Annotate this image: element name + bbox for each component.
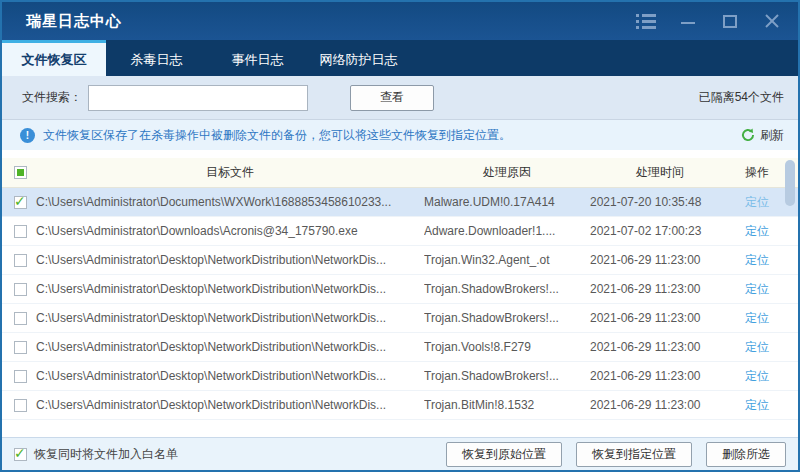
refresh-icon [741, 128, 755, 142]
header-cell-time: 处理时间 [590, 164, 730, 181]
cell-reason: Trojan.ShadowBrokers!... [424, 369, 590, 383]
cell-file-path: C:\Users\Administrator\Desktop\NetworkDi… [36, 282, 424, 296]
table-row[interactable]: C:\Users\Administrator\Documents\WXWork\… [2, 188, 798, 217]
locate-link[interactable]: 定位 [745, 282, 769, 296]
cell-reason: Trojan.ShadowBrokers!... [424, 282, 590, 296]
header-cell-file: 目标文件 [36, 164, 424, 181]
locate-link[interactable]: 定位 [745, 340, 769, 354]
table-row[interactable]: C:\Users\Administrator\Downloads\Acronis… [2, 217, 798, 246]
table-row[interactable]: C:\Users\Administrator\Desktop\NetworkDi… [2, 362, 798, 391]
cell-check [2, 370, 36, 383]
cell-time: 2021-06-29 11:23:00 [590, 369, 730, 383]
cell-reason: Trojan.BitMin!8.1532 [424, 398, 590, 412]
maximize-icon[interactable] [720, 11, 740, 31]
view-button[interactable]: 查看 [350, 85, 434, 111]
info-icon: ! [20, 128, 35, 143]
row-checkbox[interactable] [14, 225, 27, 238]
close-icon[interactable] [762, 11, 782, 31]
tab-bar: 文件恢复区 杀毒日志 事件日志 网络防护日志 [2, 40, 798, 76]
row-checkbox[interactable] [14, 370, 27, 383]
table-row[interactable]: C:\Users\Administrator\Desktop\NetworkDi… [2, 246, 798, 275]
log-center-window: 瑞星日志中心 文件恢复区 杀毒日志 事件日志 网络防护日志 文件搜索： 查看 已… [0, 0, 800, 472]
select-all-checkbox[interactable] [14, 166, 27, 179]
cell-file-path: C:\Users\Administrator\Desktop\NetworkDi… [36, 369, 424, 383]
window-title: 瑞星日志中心 [26, 12, 122, 31]
header-cell-check [2, 166, 36, 179]
cell-check [2, 399, 36, 412]
row-checkbox[interactable] [14, 341, 27, 354]
cell-reason: Trojan.Vools!8.F279 [424, 340, 590, 354]
window-controls [636, 11, 782, 31]
search-label: 文件搜索： [22, 89, 82, 106]
locate-link[interactable]: 定位 [745, 311, 769, 325]
locate-link[interactable]: 定位 [745, 369, 769, 383]
cell-check [2, 196, 36, 209]
row-checkbox[interactable] [14, 254, 27, 267]
cell-file-path: C:\Users\Administrator\Desktop\NetworkDi… [36, 253, 424, 267]
cell-time: 2021-07-20 10:35:48 [590, 195, 730, 209]
table-header: 目标文件 处理原因 处理时间 操作 [2, 158, 798, 188]
restore-specified-button[interactable]: 恢复到指定位置 [576, 442, 692, 467]
cell-file-path: C:\Users\Administrator\Downloads\Acronis… [36, 224, 424, 238]
table-row[interactable]: C:\Users\Administrator\Desktop\NetworkDi… [2, 304, 798, 333]
cell-file-path: C:\Users\Administrator\Documents\WXWork\… [36, 195, 424, 209]
scrollbar-thumb[interactable] [785, 160, 795, 206]
search-row: 文件搜索： 查看 已隔离54个文件 [2, 76, 798, 120]
restore-original-button[interactable]: 恢复到原始位置 [446, 442, 562, 467]
locate-link[interactable]: 定位 [745, 224, 769, 238]
header-cell-action: 操作 [730, 164, 784, 181]
cell-time: 2021-06-29 11:23:00 [590, 282, 730, 296]
locate-link[interactable]: 定位 [745, 195, 769, 209]
tab-antivirus-log[interactable]: 杀毒日志 [106, 40, 207, 76]
file-search-input[interactable] [88, 85, 308, 111]
recovery-table: 目标文件 处理原因 处理时间 操作 C:\Users\Administrator… [2, 158, 798, 437]
titlebar: 瑞星日志中心 [2, 2, 798, 40]
locate-link[interactable]: 定位 [745, 398, 769, 412]
locate-link[interactable]: 定位 [745, 253, 769, 267]
minimize-icon[interactable] [678, 11, 698, 31]
refresh-label: 刷新 [760, 127, 784, 144]
delete-selected-button[interactable]: 删除所选 [706, 442, 786, 467]
log-list-icon[interactable] [636, 11, 656, 31]
notice-bar: ! 文件恢复区保存了在杀毒操作中被删除文件的备份，您可以将这些文件恢复到指定位置… [2, 120, 798, 150]
cell-time: 2021-06-29 11:23:00 [590, 340, 730, 354]
table-row[interactable]: C:\Users\Administrator\Desktop\NetworkDi… [2, 275, 798, 304]
cell-check [2, 254, 36, 267]
tab-file-recovery[interactable]: 文件恢复区 [2, 40, 106, 76]
header-cell-reason: 处理原因 [424, 164, 590, 181]
table-body: C:\Users\Administrator\Documents\WXWork\… [2, 188, 798, 420]
whitelist-label: 恢复同时将文件加入白名单 [34, 446, 178, 463]
cell-reason: Trojan.Win32.Agent_.ot [424, 253, 590, 267]
spacer [2, 150, 798, 158]
tab-event-log[interactable]: 事件日志 [207, 40, 308, 76]
row-checkbox[interactable] [14, 283, 27, 296]
cell-check [2, 225, 36, 238]
notice-text: 文件恢复区保存了在杀毒操作中被删除文件的备份，您可以将这些文件恢复到指定位置。 [43, 127, 741, 144]
cell-reason: Trojan.ShadowBrokers!... [424, 311, 590, 325]
row-checkbox[interactable] [14, 399, 27, 412]
footer-buttons: 恢复到原始位置 恢复到指定位置 删除所选 [446, 442, 786, 467]
cell-check [2, 341, 36, 354]
cell-file-path: C:\Users\Administrator\Desktop\NetworkDi… [36, 311, 424, 325]
tab-label: 杀毒日志 [131, 51, 183, 69]
footer-bar: 恢复同时将文件加入白名单 恢复到原始位置 恢复到指定位置 删除所选 [2, 437, 798, 470]
cell-check [2, 283, 36, 296]
tab-label: 文件恢复区 [22, 51, 87, 69]
refresh-button[interactable]: 刷新 [741, 127, 784, 144]
quarantine-count: 已隔离54个文件 [699, 89, 784, 106]
row-checkbox[interactable] [14, 312, 27, 325]
cell-file-path: C:\Users\Administrator\Desktop\NetworkDi… [36, 340, 424, 354]
table-row[interactable]: C:\Users\Administrator\Desktop\NetworkDi… [2, 391, 798, 420]
cell-check [2, 312, 36, 325]
tab-label: 事件日志 [232, 51, 284, 69]
cell-reason: Adware.Downloader!1.... [424, 224, 590, 238]
cell-time: 2021-06-29 11:23:00 [590, 398, 730, 412]
cell-reason: Malware.UDM!0.17A414 [424, 195, 590, 209]
row-checkbox[interactable] [14, 196, 27, 209]
cell-time: 2021-06-29 11:23:00 [590, 253, 730, 267]
table-row[interactable]: C:\Users\Administrator\Desktop\NetworkDi… [2, 333, 798, 362]
tab-label: 网络防护日志 [320, 51, 398, 69]
whitelist-checkbox[interactable] [14, 448, 27, 461]
cell-file-path: C:\Users\Administrator\Desktop\NetworkDi… [36, 398, 424, 412]
tab-network-protection-log[interactable]: 网络防护日志 [308, 40, 409, 76]
